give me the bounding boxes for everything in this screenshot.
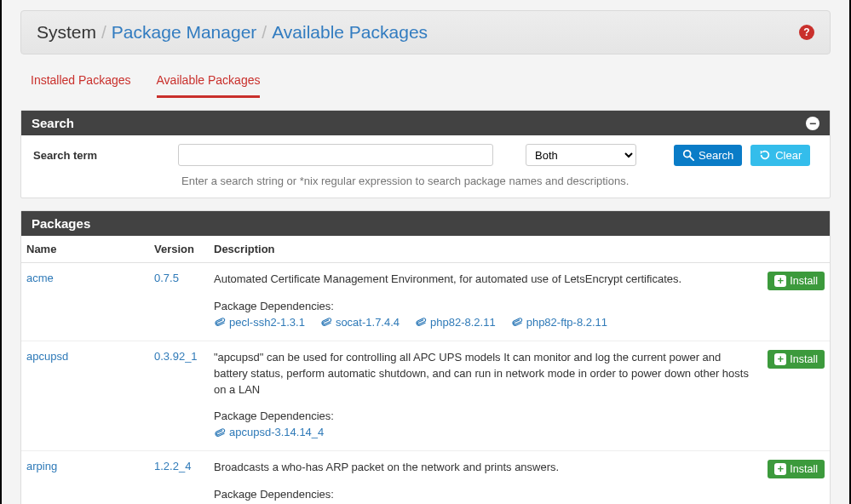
breadcrumb-sep: / (101, 22, 106, 43)
packages-panel-header: Packages (21, 211, 830, 236)
svg-line-1 (690, 157, 693, 160)
dependency-link[interactable]: pecl-ssh2-1.3.1 (214, 316, 305, 329)
paperclip-icon (413, 314, 428, 329)
paperclip-icon (319, 314, 334, 329)
tab-available-packages[interactable]: Available Packages (157, 70, 261, 98)
breadcrumb: System / Package Manager / Available Pac… (37, 22, 428, 43)
search-panel-title: Search (32, 116, 74, 130)
dependencies-label: Package Dependencies: (214, 410, 757, 422)
install-button[interactable]: +Install (768, 272, 825, 290)
breadcrumb-available-packages[interactable]: Available Packages (272, 22, 428, 43)
svg-point-0 (684, 151, 691, 158)
undo-icon (759, 149, 771, 161)
dependency-link[interactable]: php82-ftp-8.2.11 (511, 316, 607, 329)
table-row: apcupsd0.3.92_1"apcupsd" can be used for… (21, 341, 830, 451)
dependency-link[interactable]: php82-8.2.11 (415, 316, 496, 329)
package-description: Automated Certificate Management Environ… (214, 272, 757, 288)
table-row: arping1.2.2_4Broadcasts a who-has ARP pa… (21, 451, 830, 504)
install-button[interactable]: +Install (768, 460, 825, 478)
install-button[interactable]: +Install (768, 350, 825, 369)
breadcrumb-sep: / (262, 22, 267, 43)
search-icon (682, 149, 694, 161)
clear-button[interactable]: Clear (750, 145, 810, 166)
package-version: 0.3.92_1 (154, 350, 198, 363)
search-panel: Search − Search term Both Search Clear (20, 110, 831, 198)
search-input[interactable] (178, 144, 493, 166)
package-version: 0.7.5 (154, 272, 179, 284)
paperclip-icon (212, 425, 227, 440)
package-description: "apcupsd" can be used for controlling al… (214, 350, 757, 398)
plus-icon: + (774, 275, 786, 287)
search-scope-select[interactable]: Both (526, 144, 636, 166)
package-description: Broadcasts a who-has ARP packet on the n… (214, 460, 757, 476)
package-version: 1.2.2_4 (154, 460, 191, 472)
table-row: acme0.7.5Automated Certificate Managemen… (21, 263, 830, 341)
search-panel-header: Search − (21, 111, 830, 135)
search-button[interactable]: Search (674, 145, 742, 166)
col-name-header: Name (21, 236, 149, 263)
dependencies-label: Package Dependencies: (214, 300, 757, 312)
search-hint: Enter a search string or *nix regular ex… (181, 175, 818, 187)
paperclip-icon (212, 314, 227, 329)
breadcrumb-bar: System / Package Manager / Available Pac… (20, 10, 831, 54)
collapse-icon[interactable]: − (806, 117, 819, 130)
breadcrumb-package-manager[interactable]: Package Manager (112, 22, 256, 43)
col-description-header: Description (209, 236, 762, 263)
packages-panel-title: Packages (32, 216, 90, 231)
packages-table: Name Version Description acme0.7.5Automa… (21, 236, 830, 504)
packages-panel: Packages Name Version Description acme0.… (20, 210, 831, 504)
search-term-label: Search term (33, 149, 170, 162)
package-name-link[interactable]: acme (26, 272, 54, 284)
dependencies-label: Package Dependencies: (214, 488, 757, 501)
breadcrumb-root: System (37, 22, 96, 43)
tab-installed-packages[interactable]: Installed Packages (31, 70, 131, 98)
help-icon[interactable]: ? (799, 25, 814, 40)
tabs: Installed Packages Available Packages (31, 70, 831, 98)
package-name-link[interactable]: arping (26, 460, 57, 472)
dependency-link[interactable]: apcupsd-3.14.14_4 (214, 426, 324, 438)
package-name-link[interactable]: apcupsd (26, 350, 68, 363)
plus-icon: + (774, 353, 786, 365)
plus-icon: + (774, 463, 786, 475)
paperclip-icon (509, 314, 525, 329)
dependency-link[interactable]: socat-1.7.4.4 (320, 316, 400, 329)
col-version-header: Version (149, 236, 209, 263)
